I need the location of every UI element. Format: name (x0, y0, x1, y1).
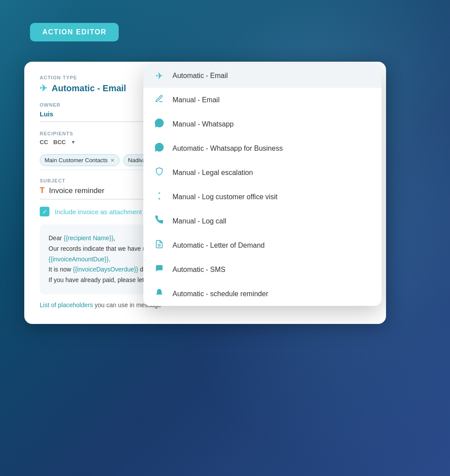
dropdown-icon-2 (154, 119, 165, 130)
dropdown-label-8: Automatic - SMS (172, 266, 225, 274)
cc-button[interactable]: CC (40, 139, 48, 145)
days-overdue-var: {{invoiceDaysOverdue}} (73, 266, 138, 273)
dropdown-icon-9 (154, 288, 165, 299)
recipient-tag-main[interactable]: Main Customer Contacts ✕ (40, 154, 120, 166)
dropdown-icon-7 (154, 240, 165, 251)
dropdown-label-7: Automatic - Letter of Demand (172, 242, 265, 249)
dropdown-label-6: Manual - Log call (172, 217, 226, 225)
action-type-dropdown: ✈ Automatic - Email Manual - Email Manua… (143, 64, 382, 306)
dropdown-item-1[interactable]: Manual - Email (143, 88, 382, 112)
attachment-checkbox[interactable]: ✓ (40, 207, 49, 216)
line1-pre: Dear (49, 234, 64, 242)
subject-icon: T (40, 186, 45, 195)
dropdown-item-7[interactable]: Automatic - Letter of Demand (143, 233, 382, 257)
dropdown-item-3[interactable]: Automatic - Whatsapp for Business (143, 136, 382, 160)
dropdown-item-6[interactable]: Manual - Log call (143, 209, 382, 233)
dropdown-icon-1 (154, 94, 165, 105)
action-editor-label: Action Editor (30, 23, 119, 41)
svg-point-0 (158, 193, 160, 194)
dropdown-label-0: Automatic - Email (172, 72, 228, 80)
dropdown-item-0[interactable]: ✈ Automatic - Email (143, 64, 382, 88)
dropdown-item-9[interactable]: Automatic - schedule reminder (143, 282, 382, 306)
bcc-button[interactable]: BCC (53, 139, 66, 145)
dropdown-icon-3 (154, 143, 165, 154)
dropdown-label-5: Manual - Log customer office visit (172, 193, 278, 201)
dropdown-icon-4 (154, 167, 165, 178)
line1-post: , (113, 234, 115, 242)
dropdown-label-1: Manual - Email (172, 96, 220, 104)
dropdown-label-2: Manual - Whatsapp (172, 120, 234, 128)
recipient-tag-main-close[interactable]: ✕ (110, 157, 115, 164)
dropdown-icon-5 (154, 191, 165, 202)
dropdown-label-4: Manual - Legal escalation (172, 169, 253, 177)
dropdown-label-3: Automatic - Whatsapp for Business (172, 145, 283, 152)
placeholders-link[interactable]: List of placeholders (40, 301, 93, 309)
action-type-icon: ✈ (40, 83, 47, 93)
subject-text: Invoice reminder (49, 186, 105, 195)
dropdown-label-9: Automatic - schedule reminder (172, 290, 268, 298)
dropdown-item-2[interactable]: Manual - Whatsapp (143, 112, 382, 136)
dropdown-icon-8 (154, 264, 165, 275)
bcc-dropdown-arrow: ▼ (71, 140, 75, 145)
recipient-tag-main-label: Main Customer Contacts (45, 157, 108, 164)
dropdown-item-8[interactable]: Automatic - SMS (143, 257, 382, 282)
invoice-amount-var: {{invoiceAmountDue}} (49, 256, 109, 263)
dropdown-item-5[interactable]: Manual - Log customer office visit (143, 185, 382, 209)
action-type-text: Automatic - Email (52, 83, 126, 93)
recipient-name-var: {{recipient Name}} (64, 234, 113, 242)
line3-pre: It is now (49, 266, 73, 273)
attachment-label: Include invoice as attachment (55, 208, 142, 216)
dropdown-icon-0: ✈ (154, 71, 165, 81)
dropdown-item-4[interactable]: Manual - Legal escalation (143, 160, 382, 185)
line2-end: . (109, 256, 110, 263)
dropdown-icon-6 (154, 216, 165, 227)
